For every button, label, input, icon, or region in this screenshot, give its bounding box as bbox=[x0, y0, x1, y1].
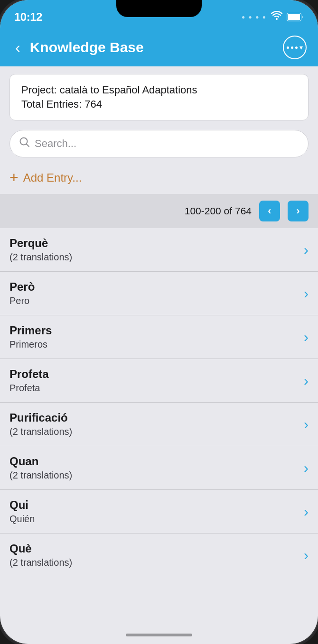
list-item[interactable]: Però Pero › bbox=[0, 272, 318, 315]
back-button[interactable]: ‹ bbox=[11, 35, 24, 60]
entry-subtitle: Profeta bbox=[9, 383, 298, 394]
chevron-right-icon: › bbox=[304, 242, 309, 258]
wifi-icon bbox=[271, 11, 283, 23]
project-title: Project: català to Español Adaptations bbox=[21, 84, 297, 96]
entry-title: Però bbox=[9, 280, 298, 294]
chevron-right-icon: › bbox=[304, 329, 309, 345]
list-item-content: Qui Quién bbox=[9, 498, 298, 524]
project-entries: Total Entries: 764 bbox=[21, 98, 297, 110]
list-item[interactable]: Què (2 translations) › bbox=[0, 534, 318, 577]
search-container: Search... bbox=[0, 128, 318, 165]
prev-page-button[interactable]: ‹ bbox=[259, 201, 280, 221]
menu-button[interactable]: ▾ bbox=[283, 36, 307, 59]
list-item[interactable]: Quan (2 translations) › bbox=[0, 446, 318, 490]
project-card: Project: català to Español Adaptations T… bbox=[9, 74, 309, 120]
list-item-content: Purificació (2 translations) bbox=[9, 411, 298, 437]
status-icons: ● ● ● ● bbox=[242, 11, 304, 23]
entries-list: Perquè (2 translations) › Però Pero › Pr… bbox=[0, 228, 318, 577]
chevron-right-icon: › bbox=[304, 460, 309, 476]
entry-subtitle: (2 translations) bbox=[9, 470, 298, 481]
pagination-range: 100-200 of 764 bbox=[185, 205, 252, 217]
svg-line-3 bbox=[27, 144, 29, 147]
status-bar: 10:12 ● ● ● ● bbox=[0, 0, 318, 28]
battery-icon bbox=[287, 13, 304, 21]
signal-icon: ● ● ● ● bbox=[242, 14, 267, 20]
search-bar[interactable]: Search... bbox=[9, 130, 309, 157]
chevron-right-icon: › bbox=[304, 285, 309, 302]
phone-frame: 10:12 ● ● ● ● bbox=[0, 0, 318, 644]
entry-subtitle: Quién bbox=[9, 514, 298, 524]
dropdown-arrow-icon: ▾ bbox=[299, 44, 303, 51]
list-item-content: Però Pero bbox=[9, 280, 298, 306]
chevron-right-icon: › bbox=[296, 205, 299, 217]
entry-subtitle: (2 translations) bbox=[9, 557, 298, 568]
entry-title: Profeta bbox=[9, 368, 298, 381]
chevron-right-icon: › bbox=[304, 373, 309, 389]
entry-title: Primers bbox=[9, 324, 298, 337]
notch bbox=[116, 0, 202, 17]
chevron-left-icon: ‹ bbox=[268, 205, 271, 217]
add-icon: + bbox=[9, 169, 19, 186]
list-item[interactable]: Qui Quién › bbox=[0, 490, 318, 534]
chevron-right-icon: › bbox=[304, 504, 309, 520]
entry-title: Perquè bbox=[9, 237, 298, 250]
entry-subtitle: Primeros bbox=[9, 339, 298, 350]
entry-subtitle: (2 translations) bbox=[9, 426, 298, 437]
phone-screen: 10:12 ● ● ● ● bbox=[0, 0, 318, 644]
next-page-button[interactable]: › bbox=[288, 201, 309, 221]
list-item-content: Quan (2 translations) bbox=[9, 455, 298, 481]
ellipsis-icon bbox=[287, 46, 298, 49]
home-indicator bbox=[126, 634, 192, 636]
entry-subtitle: (2 translations) bbox=[9, 252, 298, 263]
search-icon bbox=[19, 137, 30, 150]
list-item[interactable]: Perquè (2 translations) › bbox=[0, 228, 318, 272]
status-time: 10:12 bbox=[14, 10, 42, 24]
list-item[interactable]: Profeta Profeta › bbox=[0, 359, 318, 403]
chevron-right-icon: › bbox=[304, 547, 309, 563]
entry-title: Què bbox=[9, 542, 298, 555]
list-item-content: Primers Primeros bbox=[9, 324, 298, 350]
add-entry-row[interactable]: + Add Entry... bbox=[0, 165, 318, 194]
list-item-content: Què (2 translations) bbox=[9, 542, 298, 568]
add-entry-label: Add Entry... bbox=[23, 171, 82, 184]
main-content: Project: català to Español Adaptations T… bbox=[0, 74, 318, 577]
svg-rect-1 bbox=[288, 14, 300, 20]
nav-bar: ‹ Knowledge Base ▾ bbox=[0, 28, 318, 66]
list-item-content: Perquè (2 translations) bbox=[9, 237, 298, 263]
entry-title: Quan bbox=[9, 455, 298, 468]
list-item-content: Profeta Profeta bbox=[9, 368, 298, 394]
entry-title: Purificació bbox=[9, 411, 298, 424]
pagination-bar: 100-200 of 764 ‹ › bbox=[0, 194, 318, 228]
list-item[interactable]: Primers Primeros › bbox=[0, 315, 318, 359]
list-item[interactable]: Purificació (2 translations) › bbox=[0, 403, 318, 446]
entry-subtitle: Pero bbox=[9, 295, 298, 306]
search-placeholder: Search... bbox=[35, 138, 76, 150]
entry-title: Qui bbox=[9, 498, 298, 512]
chevron-right-icon: › bbox=[304, 416, 309, 432]
page-title: Knowledge Base bbox=[30, 39, 283, 55]
